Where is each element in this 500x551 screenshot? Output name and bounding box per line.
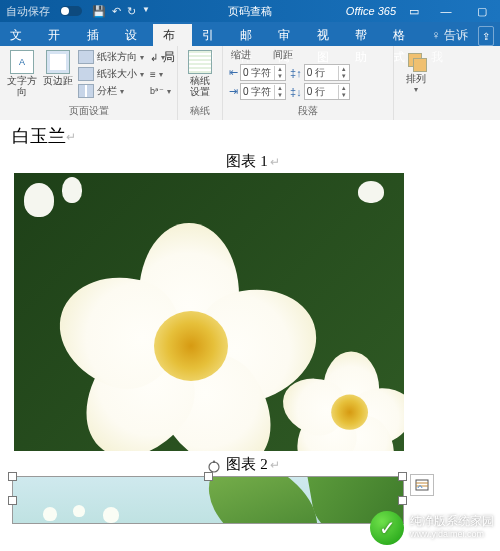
stepper-icon[interactable]: ▲▼ [274, 66, 285, 80]
paper-settings-icon [188, 50, 212, 74]
hyphenation-button[interactable]: bᵃ⁻▾ [150, 83, 171, 99]
qat-customize-icon[interactable]: ▼ [142, 5, 150, 18]
indent-right-row: ⇥0 字符▲▼ [229, 83, 286, 100]
resize-handle[interactable] [398, 472, 407, 481]
chevron-down-icon: ▾ [167, 87, 171, 96]
share-button[interactable]: ⇪ [478, 26, 494, 46]
line-numbers-icon: ≡ [150, 69, 156, 80]
line-numbers-button[interactable]: ≡▾ [150, 66, 171, 82]
spacing-label: 间距 [271, 48, 293, 62]
minimize-button[interactable]: ― [432, 0, 460, 22]
undo-icon[interactable]: ↶ [112, 5, 121, 18]
photo-lily-of-valley [12, 476, 404, 524]
caption-1[interactable]: 图表 1↵ [12, 152, 494, 171]
paper-settings-button[interactable]: 稿纸 设置 [184, 48, 216, 97]
orientation-icon [78, 50, 94, 64]
tab-home[interactable]: 开始 [38, 24, 76, 46]
quick-access-toolbar: 💾 ↶ ↻ ▼ [92, 5, 150, 18]
indent-label: 缩进 [229, 48, 251, 62]
resize-handle[interactable] [8, 472, 17, 481]
resize-handle[interactable] [398, 496, 407, 505]
tab-insert[interactable]: 插入 [77, 24, 115, 46]
hyphenation-icon: bᵃ⁻ [150, 86, 164, 96]
text-direction-button[interactable]: A 文字方向 [6, 48, 38, 97]
group-paper: 稿纸 设置 稿纸 [178, 46, 223, 120]
orientation-button[interactable]: 纸张方向▾ [78, 49, 144, 65]
restore-button[interactable]: ▢ [468, 0, 496, 22]
group-page-setup: A 文字方向 页边距 纸张方向▾ 纸张大小▾ 分栏▾ ↲▾ ≡▾ bᵃ⁻▾ 页面… [0, 46, 178, 120]
text-direction-icon: A [10, 50, 34, 74]
chevron-down-icon: ▾ [161, 53, 165, 62]
arrange-icon [405, 50, 427, 72]
save-icon[interactable]: 💾 [92, 5, 106, 18]
margins-button[interactable]: 页边距 [42, 48, 74, 86]
tab-layout[interactable]: 布局 [153, 24, 191, 46]
tab-picture-format[interactable]: 格式 [383, 24, 421, 46]
caption-2[interactable]: 图表 2↵ [12, 455, 494, 474]
resize-handle[interactable] [204, 472, 213, 481]
indent-right-icon: ⇥ [229, 85, 238, 98]
tab-view[interactable]: 视图 [307, 24, 345, 46]
spacing-before-input[interactable]: 0 行▲▼ [304, 64, 350, 81]
tab-review[interactable]: 审阅 [268, 24, 306, 46]
image-1[interactable] [14, 173, 494, 451]
watermark-brand: 纯净版系统家园 [410, 515, 494, 528]
indent-left-row: ⇤0 字符▲▼ [229, 64, 286, 81]
stepper-icon[interactable]: ▲▼ [274, 85, 285, 99]
chevron-down-icon: ▾ [140, 53, 144, 62]
tab-design[interactable]: 设计 [115, 24, 153, 46]
autosave-label: 自动保存 [0, 4, 56, 19]
chevron-down-icon: ▾ [414, 85, 418, 94]
office365-label: Office 365 [346, 5, 396, 17]
arrange-button[interactable]: 排列 ▾ [400, 48, 432, 94]
columns-button[interactable]: 分栏▾ [78, 83, 144, 99]
spacing-after-row: ‡↓0 行▲▼ [290, 83, 350, 100]
chevron-down-icon: ▾ [140, 70, 144, 79]
tab-mail[interactable]: 邮件 [230, 24, 268, 46]
spacing-before-icon: ‡↑ [290, 67, 302, 79]
chevron-down-icon: ▾ [159, 70, 163, 79]
watermark: ✓ 纯净版系统家园 www.yidaimei.com [370, 511, 494, 545]
title-bar: 自动保存 💾 ↶ ↻ ▼ 页码查稿 Office 365 ▭ ― ▢ [0, 0, 500, 22]
indent-left-icon: ⇤ [229, 66, 238, 79]
group-label-page-setup: 页面设置 [6, 103, 171, 120]
breaks-button[interactable]: ↲▾ [150, 49, 171, 65]
body-text-line[interactable]: 白玉兰↵ [12, 124, 494, 148]
tab-tellme[interactable]: ♀ 告诉我 [421, 24, 478, 46]
ribbon-options-icon[interactable]: ▭ [404, 5, 424, 18]
watermark-badge-icon: ✓ [370, 511, 404, 545]
ribbon: A 文字方向 页边距 纸张方向▾ 纸张大小▾ 分栏▾ ↲▾ ≡▾ bᵃ⁻▾ 页面… [0, 46, 500, 121]
size-icon [78, 67, 94, 81]
spacing-before-row: ‡↑0 行▲▼ [290, 64, 350, 81]
group-paragraph: 缩进 间距 ⇤0 字符▲▼ ‡↑0 行▲▼ ⇥0 字符▲▼ ‡↓0 行▲▼ 段落 [223, 46, 394, 120]
svg-point-0 [209, 462, 219, 472]
autosave-toggle[interactable] [60, 6, 82, 16]
resize-handle[interactable] [8, 496, 17, 505]
document-area[interactable]: 白玉兰↵ 图表 1↵ 图表 2↵ [0, 120, 500, 551]
tab-file[interactable]: 文件 [0, 24, 38, 46]
page: 白玉兰↵ 图表 1↵ 图表 2↵ [0, 120, 500, 524]
tab-references[interactable]: 引用 [192, 24, 230, 46]
document-title: 页码查稿 [228, 4, 272, 19]
indent-right-input[interactable]: 0 字符▲▼ [240, 83, 286, 100]
margins-icon [46, 50, 70, 74]
layout-options-button[interactable] [410, 474, 434, 496]
stepper-icon[interactable]: ▲▼ [338, 85, 349, 99]
svg-rect-1 [416, 480, 428, 490]
chevron-down-icon: ▾ [120, 87, 124, 96]
redo-icon[interactable]: ↻ [127, 5, 136, 18]
indent-left-input[interactable]: 0 字符▲▼ [240, 64, 286, 81]
ribbon-tabs: 文件 开始 插入 设计 布局 引用 邮件 审阅 视图 帮助 格式 ♀ 告诉我 ⇪ [0, 22, 500, 46]
paragraph-mark-icon: ↵ [270, 458, 280, 472]
size-button[interactable]: 纸张大小▾ [78, 66, 144, 82]
stepper-icon[interactable]: ▲▼ [338, 66, 349, 80]
spacing-after-input[interactable]: 0 行▲▼ [304, 83, 350, 100]
breaks-icon: ↲ [150, 52, 158, 63]
photo-frangipani [14, 173, 404, 451]
paragraph-mark-icon: ↵ [66, 130, 76, 144]
watermark-url: www.yidaimei.com [410, 528, 494, 541]
paragraph-mark-icon: ↵ [270, 155, 280, 169]
tab-help[interactable]: 帮助 [345, 24, 383, 46]
group-label-paper: 稿纸 [184, 103, 216, 120]
spacing-after-icon: ‡↓ [290, 86, 302, 98]
